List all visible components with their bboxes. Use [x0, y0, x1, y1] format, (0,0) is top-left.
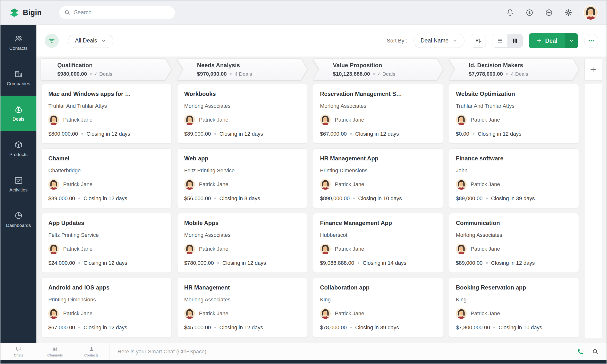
brand[interactable]: Bigin: [9, 8, 42, 18]
phone-icon[interactable]: [577, 348, 584, 355]
add-stage-button[interactable]: [585, 59, 602, 80]
deal-company: Feltz Printing Service: [184, 168, 300, 174]
settings-gear-icon[interactable]: [564, 9, 572, 17]
deal-closing-date: Closing in 12 days: [478, 131, 522, 137]
deal-owner: Patrick Jane: [184, 115, 300, 125]
deal-name: App Updates: [48, 220, 164, 226]
deal-owner: Patrick Jane: [48, 308, 164, 319]
notifications-bell-icon[interactable]: [506, 9, 514, 17]
sidebar-label: Activities: [10, 187, 28, 193]
sort-field-value: Deal Name: [421, 37, 449, 44]
deal-amount: $0.00: [456, 131, 469, 137]
bottombar-tab-label: Channels: [47, 353, 63, 357]
stage-header-value-proposition[interactable]: Value Proposition $10,123,888.00 4 Deals: [313, 59, 443, 80]
bottombar-tab-chats[interactable]: Chats: [0, 343, 37, 360]
deals-toolbar: All Deals Sort By : Deal Name: [36, 25, 607, 57]
deal-card[interactable]: Reservation Management S… Morlong Associ…: [313, 84, 443, 144]
kanban-view-icon: [512, 37, 518, 44]
list-view-button[interactable]: [492, 34, 507, 47]
view-toggle: [492, 34, 523, 48]
deals-main: All Deals Sort By : Deal Name: [36, 25, 607, 343]
deal-closing-date: Closing in 39 days: [491, 195, 535, 202]
dot-separator: [214, 327, 216, 328]
filter-button[interactable]: [45, 34, 59, 48]
sidebar-item-contacts[interactable]: Contacts: [0, 25, 36, 60]
dot-separator: [486, 197, 488, 199]
deal-card[interactable]: Booking Reservation app King Patrick Jan…: [449, 278, 579, 337]
deal-footer: $67,000.00 Closing in 12 days: [48, 325, 164, 331]
deal-name: HR Management App: [320, 155, 436, 162]
stage-header-needs-analysis[interactable]: Needs Analysis $970,000.00 4 Deals: [177, 59, 307, 80]
kanban-board: Mac and Windows apps for … Truhlar And T…: [36, 82, 607, 343]
user-avatar[interactable]: [584, 6, 598, 20]
chevron-down-icon: [569, 38, 574, 43]
sidebar-item-deals[interactable]: Deals: [0, 96, 36, 131]
deals-icon: [14, 105, 23, 114]
currency-icon[interactable]: $: [525, 9, 534, 17]
owner-avatar: [456, 115, 467, 125]
sidebar-item-companies[interactable]: Companies: [0, 60, 36, 96]
bottombar-tab-contacts[interactable]: Contacts: [73, 343, 110, 360]
deal-card[interactable]: Mac and Windows apps for … Truhlar And T…: [41, 84, 172, 144]
deal-name: Chamel: [48, 155, 164, 162]
deal-view-selector[interactable]: All Deals: [68, 34, 113, 48]
deal-amount: $89,000.00: [48, 195, 75, 202]
deal-footer: $89,000.00 Closing in 39 days: [456, 195, 572, 202]
stage-wrap: Needs Analysis $970,000.00 4 Deals: [177, 59, 307, 80]
sidebar-item-dashboards[interactable]: Dashboards: [0, 202, 36, 237]
deal-owner: Patrick Jane: [456, 244, 572, 254]
deal-card[interactable]: Android and iOS apps Printing Dimensions…: [41, 278, 172, 337]
deal-amount: $67,000.00: [48, 325, 75, 331]
bottombar-tab-channels[interactable]: Channels: [37, 343, 73, 360]
search-input[interactable]: [59, 6, 175, 19]
chats-icon: [15, 346, 22, 352]
sort-field-selector[interactable]: Deal Name: [413, 34, 464, 48]
add-plus-circle-icon[interactable]: [545, 9, 553, 17]
stage-header-qualification[interactable]: Qualification $980,000.00 4 Deals: [41, 59, 172, 80]
stage-amount: $970,000.00: [197, 71, 227, 77]
deal-card[interactable]: Collaboration app King Patrick Jane $78,…: [313, 278, 443, 337]
deal-amount: $9,088,888.00: [320, 260, 354, 266]
deal-card[interactable]: Mobile Apps Morlong Associates Patrick J…: [177, 213, 307, 273]
deal-name: Web app: [184, 155, 300, 162]
kanban-view-button[interactable]: [507, 34, 523, 47]
deal-card[interactable]: Communication Morlong Associates Patrick…: [449, 213, 579, 273]
sidebar: Contacts Companies Deals Products Activi…: [0, 25, 36, 343]
deal-company: Chatterbridge: [48, 168, 164, 174]
deal-owner: Patrick Jane: [320, 308, 436, 319]
deal-card[interactable]: Chamel Chatterbridge Patrick Jane $89,00…: [41, 148, 172, 208]
stage-amount: $7,978,000.00: [469, 71, 503, 77]
sidebar-item-activities[interactable]: Activities: [0, 167, 36, 202]
smart-chat-input[interactable]: [110, 343, 577, 360]
add-deal-button[interactable]: Deal: [529, 33, 565, 48]
stage-header-id-decision-makers[interactable]: Id. Decision Makers $7,978,000.00 4 Deal…: [449, 59, 579, 80]
deal-card[interactable]: Web app Feltz Printing Service Patrick J…: [177, 148, 307, 208]
deal-card[interactable]: Finance Management App Hubberscot Patric…: [313, 213, 443, 273]
dot-separator: [214, 197, 216, 199]
kanban-column-needs-analysis: Workbooks Morlong Associates Patrick Jan…: [177, 84, 307, 338]
stage-wrap: Value Proposition $10,123,888.00 4 Deals: [313, 59, 443, 80]
contacts-icon: [14, 34, 23, 43]
channels-icon: [52, 346, 58, 352]
more-options-button[interactable]: [584, 34, 598, 48]
ellipsis-icon: [588, 37, 595, 44]
deal-card[interactable]: HR Management App Printing Dimensions Pa…: [313, 148, 443, 208]
owner-avatar: [320, 308, 331, 319]
dot-separator: [358, 262, 359, 264]
add-deal-dropdown-button[interactable]: [565, 33, 578, 48]
deal-card[interactable]: HR Management Morlong Associates Patrick…: [177, 278, 307, 337]
deal-name: Booking Reservation app: [456, 284, 572, 291]
sidebar-item-products[interactable]: Products: [0, 131, 36, 167]
deal-company: King: [320, 297, 436, 303]
sort-order-button[interactable]: [471, 34, 486, 48]
deal-footer: $89,000.00 Closing in 12 days: [48, 195, 164, 202]
deal-card[interactable]: App Updates Feltz Printing Service Patri…: [41, 213, 172, 273]
deal-closing-date: Closing in 14 days: [363, 260, 407, 266]
deal-card[interactable]: Workbooks Morlong Associates Patrick Jan…: [177, 84, 307, 144]
deal-card[interactable]: Website Optimization Truhlar And Truhlar…: [449, 84, 579, 144]
owner-name: Patrick Jane: [471, 181, 500, 188]
chat-search-icon[interactable]: [592, 348, 599, 355]
deal-amount: $67,000.00: [320, 131, 347, 137]
funnel-icon: [48, 37, 55, 44]
deal-card[interactable]: Finance software John Patrick Jane $89,0…: [449, 148, 579, 208]
